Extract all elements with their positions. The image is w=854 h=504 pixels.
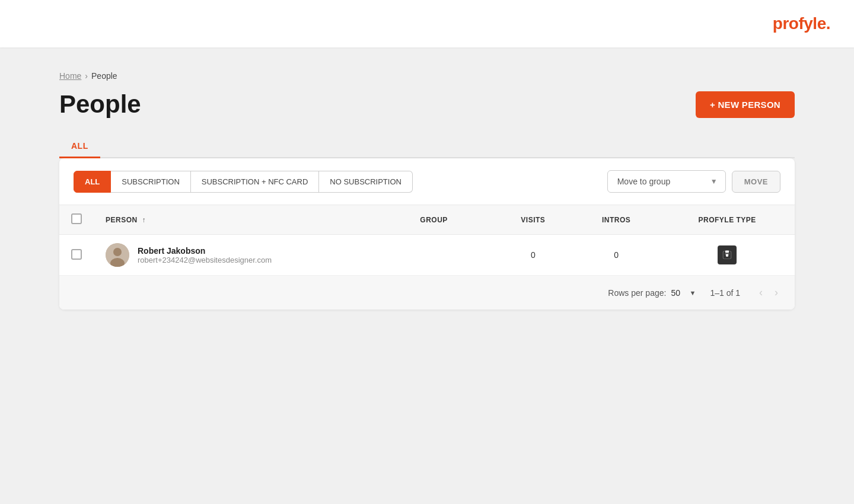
tab-bar: ALL xyxy=(59,135,795,158)
profyle-type-icon xyxy=(718,245,737,264)
rows-per-page-label: Rows per page: xyxy=(608,288,666,298)
person-info: Robert Jakobson robert+234242@websitesde… xyxy=(138,246,272,264)
td-person: Robert Jakobson robert+234242@websitesde… xyxy=(94,235,408,276)
avatar xyxy=(106,243,129,267)
new-person-button[interactable]: + NEW PERSON xyxy=(696,91,795,118)
th-checkbox xyxy=(59,205,94,235)
tab-all[interactable]: ALL xyxy=(59,135,100,158)
svg-rect-5 xyxy=(725,251,729,253)
top-bar: profyle. xyxy=(0,0,854,47)
filter-subscription-button[interactable]: SUBSCRIPTION xyxy=(111,171,191,193)
svg-point-1 xyxy=(113,248,122,256)
td-intros: 0 xyxy=(573,235,659,276)
people-card: ALL SUBSCRIPTION SUBSCRIPTION + NFC CARD… xyxy=(59,158,795,310)
th-visits: VISITS xyxy=(493,205,573,235)
row-checkbox[interactable] xyxy=(71,249,82,260)
filter-all-button[interactable]: ALL xyxy=(74,171,111,193)
th-person-label: PERSON xyxy=(106,216,138,224)
prev-page-button[interactable]: ‹ xyxy=(754,284,767,301)
td-checkbox xyxy=(59,235,94,276)
group-select-wrapper: Move to group ▼ xyxy=(607,170,726,193)
td-visits: 0 xyxy=(493,235,573,276)
sort-arrow-icon[interactable]: ↑ xyxy=(142,216,146,224)
move-button[interactable]: MOVE xyxy=(732,171,780,193)
table-row: Robert Jakobson robert+234242@websitesde… xyxy=(59,235,795,276)
breadcrumb: Home › People xyxy=(59,71,795,81)
select-all-checkbox[interactable] xyxy=(71,213,82,224)
td-profyle-type xyxy=(659,235,795,276)
rows-per-page-select[interactable]: 50 25 100 xyxy=(671,288,696,298)
page-title: People xyxy=(59,90,141,119)
group-select[interactable]: Move to group xyxy=(607,170,726,193)
logo: profyle. xyxy=(773,14,830,33)
svg-rect-7 xyxy=(725,254,729,254)
filter-no-subscription-button[interactable]: NO SUBSCRIPTION xyxy=(319,171,413,193)
breadcrumb-separator: › xyxy=(85,71,88,81)
logo-dot: . xyxy=(826,14,830,33)
next-page-button[interactable]: › xyxy=(770,284,783,301)
person-email: robert+234242@websitesdesigner.com xyxy=(138,256,272,264)
td-group xyxy=(408,235,493,276)
rows-per-page: Rows per page: 50 25 100 ▼ xyxy=(608,288,696,298)
svg-point-6 xyxy=(726,254,729,257)
page-title-row: People + NEW PERSON xyxy=(59,90,795,119)
breadcrumb-current: People xyxy=(91,71,117,81)
person-cell: Robert Jakobson robert+234242@websitesde… xyxy=(106,243,396,267)
th-group: GROUP xyxy=(408,205,493,235)
filter-subscription-nfc-button[interactable]: SUBSCRIPTION + NFC CARD xyxy=(191,171,320,193)
filter-row: ALL SUBSCRIPTION SUBSCRIPTION + NFC CARD… xyxy=(59,158,795,205)
filter-right: Move to group ▼ MOVE xyxy=(607,170,780,193)
people-table: PERSON ↑ GROUP VISITS INTROS PROFYLE TYP… xyxy=(59,205,795,276)
logo-text: profyle xyxy=(773,14,826,33)
filter-buttons: ALL SUBSCRIPTION SUBSCRIPTION + NFC CARD… xyxy=(74,171,413,193)
th-profyle-type: PROFYLE TYPE xyxy=(659,205,795,235)
pagination-row: Rows per page: 50 25 100 ▼ 1–1 of 1 ‹ › xyxy=(59,276,795,310)
th-person: PERSON ↑ xyxy=(94,205,408,235)
person-name[interactable]: Robert Jakobson xyxy=(138,246,272,256)
pagination-info: 1–1 of 1 xyxy=(710,288,740,298)
pagination-nav: ‹ › xyxy=(754,284,783,301)
table-header-row: PERSON ↑ GROUP VISITS INTROS PROFYLE TYP… xyxy=(59,205,795,235)
th-intros: INTROS xyxy=(573,205,659,235)
breadcrumb-home-link[interactable]: Home xyxy=(59,71,81,81)
rows-select-wrapper: 50 25 100 ▼ xyxy=(671,288,696,298)
main-content: Home › People People + NEW PERSON ALL AL… xyxy=(0,47,854,333)
